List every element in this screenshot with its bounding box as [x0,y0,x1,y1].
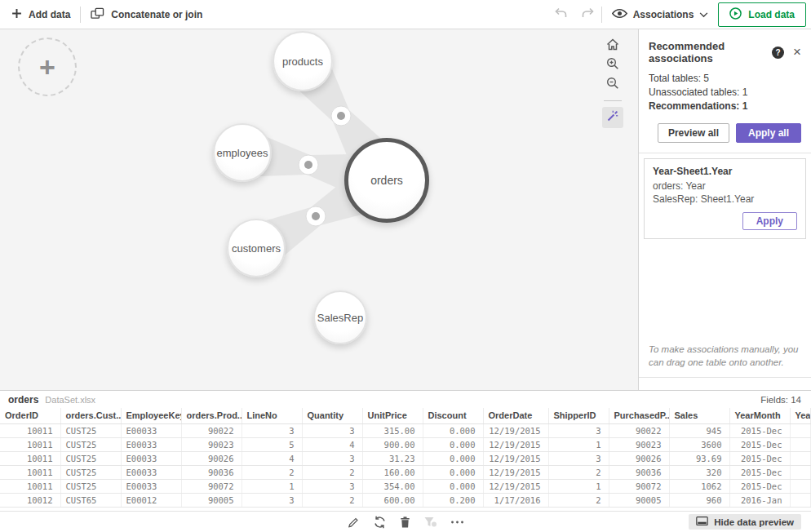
table-cell: 4 [242,451,302,465]
table-cell: 3 [302,423,362,437]
table-cell: 2 [548,465,609,479]
filter-button-disabled[interactable] [424,516,437,528]
column-header[interactable]: UnitPrice [362,408,423,423]
table-cell: 10011 [0,437,60,451]
zoom-out-button[interactable] [600,75,625,95]
table-cell: 900.00 [362,437,423,451]
table-cell: 90036 [609,465,669,479]
column-header[interactable]: orders.Cust... [60,408,121,423]
hide-data-preview-button[interactable]: Hide data preview [689,514,801,530]
table-cell: 90036 [181,465,242,479]
table-bubble-products[interactable]: products [273,31,333,91]
association-node-dot [337,112,345,120]
column-header[interactable]: OrderID [0,408,60,423]
column-header[interactable]: ShipperID [548,408,609,423]
reload-table-button[interactable] [374,516,387,529]
table-cell: 90005 [609,493,669,507]
table-cell: E00033 [121,423,181,437]
preview-table-head-row: OrderIDorders.Cust...EmployeeKeyorders.P… [0,408,811,423]
table-row: 10011CUST25E000339003622160.000.00012/19… [0,465,811,479]
apply-all-button[interactable]: Apply all [736,123,801,143]
table-cell: 1/17/2016 [483,493,548,507]
table-cell: 0.000 [423,465,483,479]
table-cell: 2 [548,493,609,507]
table-bubble-customers[interactable]: customers [227,219,286,277]
delete-table-button[interactable] [401,516,410,528]
table-cell: 2016-Jan [729,493,790,507]
close-icon[interactable]: × [791,47,803,58]
association-canvas[interactable]: + products employees orders customers Sa… [0,29,638,390]
table-cell: 5 [242,437,302,451]
table-cell: 90023 [609,437,669,451]
table-cell: 90026 [181,451,242,465]
table-cell [790,479,811,493]
recommendation-apply-row: Apply [653,212,797,230]
table-cell: 31.23 [362,451,423,465]
recommendation-card[interactable]: Year-Sheet1.Year orders: Year SalesRep: … [644,158,806,239]
bubble-label: SalesRep [317,312,363,324]
stat-total-tables: Total tables: 5 [649,73,801,84]
table-cell: CUST25 [60,437,121,451]
zoom-out-icon [606,77,619,93]
bottom-bar-icons [348,512,464,532]
concatenate-or-join-button[interactable]: Concatenate or join [81,0,212,29]
eye-icon [612,8,627,21]
table-cell: 0.000 [423,423,483,437]
load-data-button[interactable]: Load data [718,2,806,27]
undo-button[interactable] [547,0,574,29]
table-cell: 3600 [669,437,729,451]
table-cell [790,465,811,479]
table-row: 10011CUST25E000339002354900.000.00012/19… [0,437,811,451]
table-cell [790,423,811,437]
recommended-associations-panel: Recommended associations ? × Total table… [638,29,811,390]
column-header[interactable]: YearMonth [729,408,790,423]
help-icon[interactable]: ? [772,47,784,59]
column-header[interactable]: orders.Prod... [181,408,242,423]
column-header[interactable]: Quantity [302,408,362,423]
table-cell: 160.00 [362,465,423,479]
column-header[interactable]: EmployeeKey [121,408,181,423]
chevron-down-icon [699,9,708,20]
association-node-dot [312,212,320,220]
table-cell: E00033 [121,437,181,451]
associations-label: Associations [633,9,694,20]
table-cell: 90072 [181,479,242,493]
stat-unassociated-tables: Unassociated tables: 1 [649,86,801,98]
column-header[interactable]: OrderDate [483,408,548,423]
table-cell: CUST25 [60,423,121,437]
bubble-label: products [282,55,323,68]
table-cell: 2015-Dec [729,451,790,465]
magic-wand-button[interactable] [602,107,623,128]
table-cell: 10011 [0,423,60,437]
redo-button[interactable] [574,0,601,29]
table-cell: 90022 [181,423,242,437]
table-cell: 2015-Dec [729,465,790,479]
zoom-in-button[interactable] [600,55,625,75]
column-header[interactable]: Discount [423,408,483,423]
table-cell: 2 [242,465,302,479]
table-cell: 1 [548,479,609,493]
table-cell: 12/19/2015 [483,451,548,465]
table-cell: 90026 [609,451,669,465]
table-bubble-employees[interactable]: employees [213,123,272,182]
fields-count-label: Fields: 14 [760,395,801,405]
canvas-mini-toolbar [600,36,625,128]
more-options-button[interactable] [451,521,464,524]
home-button[interactable] [600,36,625,55]
table-cell: 2015-Dec [729,479,790,493]
preview-all-button[interactable]: Preview all [658,123,729,143]
table-bubble-orders[interactable]: orders [344,138,429,223]
associations-view-selector[interactable]: Associations [602,8,719,21]
panel-stats: Total tables: 5 Unassociated tables: 1 R… [639,73,811,112]
column-header[interactable]: PurchasedP... [609,408,669,423]
add-data-button[interactable]: Add data [2,0,80,29]
column-header[interactable]: Year [790,408,811,423]
column-header[interactable]: LineNo [242,408,302,423]
apply-button[interactable]: Apply [742,212,797,230]
table-bubble-salesrep[interactable]: SalesRep [313,290,367,344]
edit-table-button[interactable] [348,516,360,529]
table-row: 10011CUST25E000339002233315.000.00012/19… [0,423,811,437]
add-table-placeholder[interactable]: + [18,38,77,96]
column-header[interactable]: Sales [669,408,729,423]
table-cell: CUST25 [60,479,121,493]
